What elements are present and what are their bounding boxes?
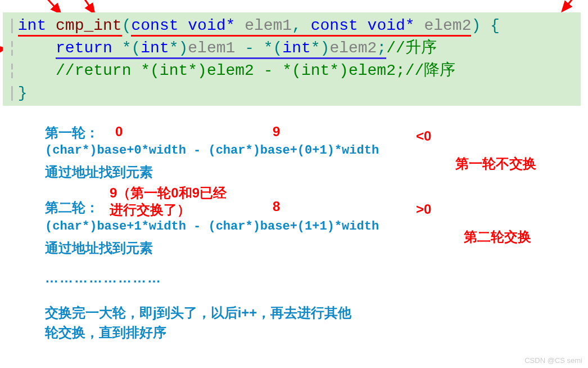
code-line-3: ¦ //return *(int*)elem2 - *(int*)elem2;/… [3, 60, 581, 82]
dots: …………………… [45, 270, 162, 286]
round2-expr: (char*)base+1*width - (char*)base+(1+1)*… [45, 219, 379, 234]
code-line-1: |int cmp_int(const void* elem1, const vo… [3, 15, 581, 37]
svg-line-0 [38, 0, 61, 14]
round2-label: 第二轮： [45, 199, 99, 217]
final-line1: 交换完一大轮，即j到头了，以后i++，再去进行其他 [45, 304, 351, 322]
code-line-4: |} [3, 82, 581, 105]
round1-result: 第一轮不交换 [455, 155, 536, 173]
round1-label: 第一轮： [45, 124, 99, 142]
watermark: CSDN @CS semi [524, 356, 582, 365]
svg-line-2 [562, 0, 586, 11]
round2-result: 第二轮交换 [464, 228, 531, 246]
round1-desc: 通过地址找到元素 [45, 163, 153, 181]
round2-note: 9（第一轮0和9已经进行交换了） [110, 185, 233, 218]
round2-desc: 通过地址找到元素 [45, 239, 153, 257]
round1-cmp: <0 [416, 128, 431, 144]
svg-line-1 [78, 0, 94, 14]
final-line2: 轮交换，直到排好序 [45, 324, 166, 342]
round2-cmp: >0 [416, 201, 431, 217]
code-line-2: ¦ return *(int*)elem1 - *(int*)elem2;//升… [3, 37, 581, 60]
round1-val2: 9 [273, 124, 280, 140]
code-block: |int cmp_int(const void* elem1, const vo… [3, 12, 581, 106]
round1-val1: 0 [115, 124, 123, 140]
round2-val2: 8 [273, 199, 280, 214]
round1-expr: (char*)base+0*width - (char*)base+(0+1)*… [45, 143, 379, 158]
